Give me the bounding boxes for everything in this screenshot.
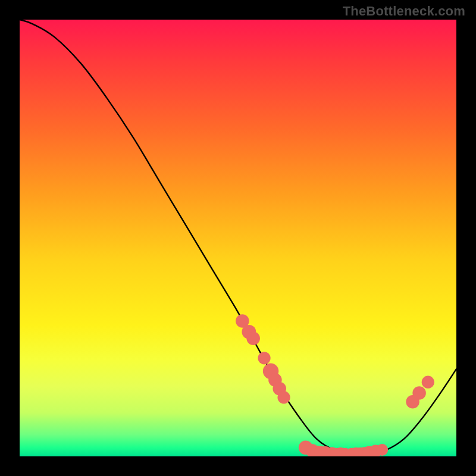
- data-markers: [236, 314, 434, 456]
- data-marker: [246, 332, 260, 346]
- watermark-text: TheBottleneck.com: [343, 4, 465, 19]
- data-marker: [422, 376, 434, 389]
- data-marker: [412, 386, 426, 400]
- chart-overlay: [20, 20, 456, 456]
- bottleneck-curve-path: [20, 20, 456, 455]
- data-marker: [258, 352, 270, 364]
- data-marker: [376, 444, 388, 456]
- data-marker: [277, 391, 290, 403]
